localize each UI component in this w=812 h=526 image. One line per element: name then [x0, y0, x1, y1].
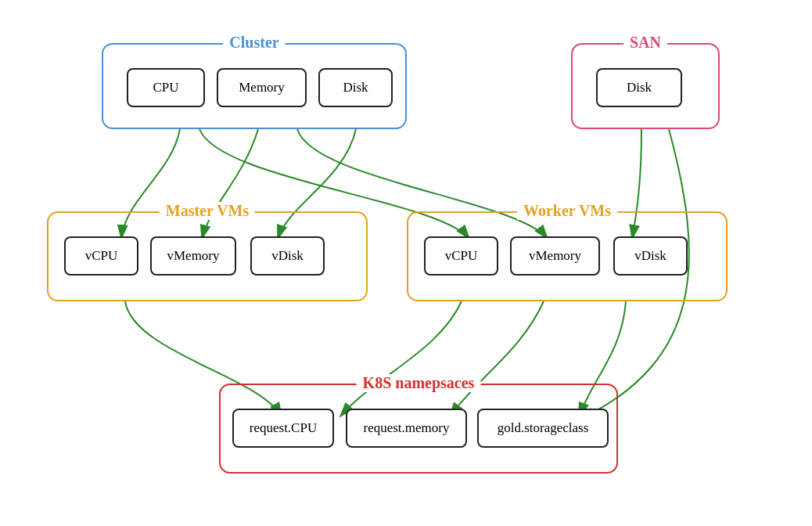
master-vdisk-box: vDisk	[250, 236, 325, 276]
k8s-request-memory-box: request.memory	[346, 409, 467, 448]
worker-vmemory-box: vMemory	[510, 236, 600, 276]
cluster-memory-label: Memory	[239, 80, 285, 95]
k8s-request-memory-label: request.memory	[364, 420, 450, 436]
cluster-disk-label: Disk	[343, 80, 368, 95]
cluster-memory-box: Memory	[217, 68, 307, 107]
cluster-disk-box: Disk	[318, 68, 393, 107]
worker-vmemory-label: vMemory	[529, 248, 581, 264]
k8s-request-cpu-box: request.CPU	[232, 409, 334, 448]
cluster-group: Cluster CPU Memory Disk	[102, 43, 407, 129]
k8s-group: K8S namepsaces request.CPU request.memor…	[219, 384, 618, 474]
k8s-label: K8S namepsaces	[357, 374, 481, 392]
master-vdisk-label: vDisk	[271, 248, 304, 264]
worker-vms-group: Worker VMs vCPU vMemory vDisk	[407, 211, 728, 301]
k8s-storageclass-box: gold.storageclass	[477, 409, 609, 448]
master-vms-group: Master VMs vCPU vMemory vDisk	[47, 211, 368, 301]
worker-vcpu-box: vCPU	[424, 236, 498, 276]
cluster-cpu-box: CPU	[127, 68, 205, 107]
master-vmemory-box: vMemory	[150, 236, 236, 276]
k8s-storageclass-label: gold.storageclass	[498, 420, 589, 436]
san-group: SAN Disk	[571, 43, 720, 129]
worker-vdisk-box: vDisk	[613, 236, 688, 276]
worker-vms-label: Worker VMs	[517, 202, 617, 220]
master-vcpu-box: vCPU	[64, 236, 138, 276]
master-vms-label: Master VMs	[160, 202, 255, 220]
master-vcpu-label: vCPU	[85, 248, 118, 264]
master-vmemory-label: vMemory	[167, 248, 219, 264]
san-disk-label: Disk	[627, 80, 652, 95]
san-label: SAN	[623, 34, 667, 52]
cluster-cpu-label: CPU	[153, 80, 178, 95]
worker-vdisk-label: vDisk	[634, 248, 666, 264]
cluster-label: Cluster	[223, 34, 285, 52]
san-disk-box: Disk	[596, 68, 682, 107]
k8s-request-cpu-label: request.CPU	[250, 420, 317, 436]
worker-vcpu-label: vCPU	[445, 248, 478, 264]
diagram: Cluster CPU Memory Disk SAN Disk Master …	[0, 0, 812, 526]
